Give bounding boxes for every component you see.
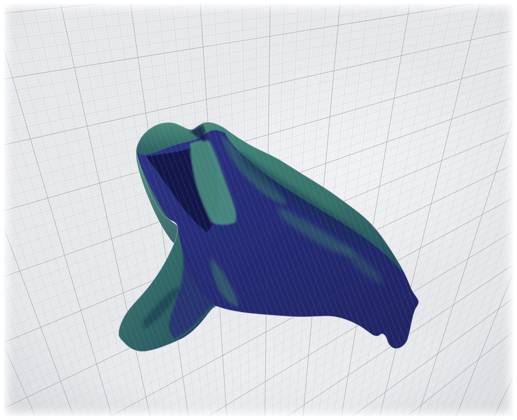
screenshot-frame — [0, 0, 517, 420]
viewport-3d[interactable] — [4, 4, 513, 416]
vignette — [4, 4, 513, 416]
scene-canvas[interactable] — [4, 4, 513, 416]
